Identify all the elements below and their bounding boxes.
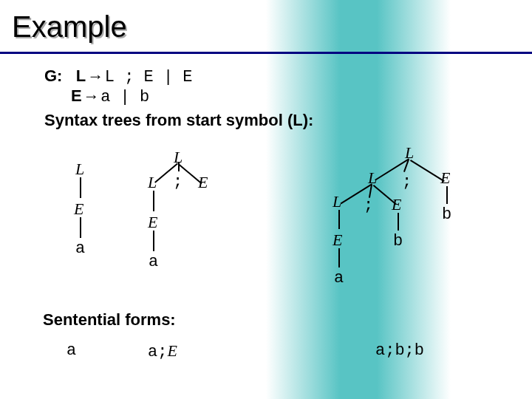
tree3-edge-E2 [398, 213, 399, 231]
tree2-Eleft: E [148, 213, 157, 232]
sform-2: a;E [148, 341, 177, 361]
tree3-edge-E1 [446, 186, 448, 204]
tree2-edge-Lleft [153, 191, 154, 211]
tree3-L3: L [332, 192, 341, 211]
tree3-a: a [334, 269, 344, 287]
grammar-l2-rhs: a | b [100, 88, 149, 106]
arrow-2: → [86, 88, 96, 106]
sform-2-E: E [167, 341, 177, 360]
arrow-1: → [90, 68, 100, 86]
tree1-edge-1 [80, 177, 81, 198]
title-underline [0, 52, 532, 54]
tree1-edge-2 [80, 217, 81, 238]
tree2-edge-Eleft [153, 231, 154, 251]
tree3-b1c [410, 160, 445, 182]
sform-3: a;b;b [375, 341, 424, 360]
tree3-b2: b [393, 232, 403, 250]
sform-2-prefix: a; [148, 343, 167, 361]
tree2-Lleft: L [148, 173, 157, 192]
slide-title: Example [12, 10, 127, 44]
tree3-b1: b [442, 205, 451, 224]
tree3-semi2: ; [364, 197, 373, 215]
tree1-L: L [75, 160, 84, 179]
grammar-prefix: G: [44, 66, 62, 85]
tree2-Eright: E [198, 173, 208, 192]
grammar-line-2: E → a | b [71, 86, 502, 106]
tree3-semi1: ; [402, 173, 412, 191]
sform-1: a [66, 341, 76, 360]
tree3-E2: E [392, 195, 401, 214]
grammar-l1-lhs: L [76, 66, 86, 85]
grammar-l1-rhs: L ; E | E [105, 68, 193, 86]
tree1-E: E [74, 200, 83, 219]
tree2-a: a [149, 253, 158, 271]
title-container: Example [12, 9, 133, 47]
grammar-line-1: G: L → L ; E | E [44, 66, 502, 86]
tree3-E3: E [332, 231, 342, 250]
tree3-edge-E3 [338, 248, 340, 267]
tree3-E1: E [440, 168, 450, 188]
sentential-forms-label: Sentential forms: [43, 310, 176, 330]
trees-area: L E a L L ; E E a L L ; E b L ; E b E a … [0, 140, 532, 399]
grammar-l2-lhs: E [71, 86, 82, 105]
tree2-semi: ; [173, 173, 183, 191]
tree1-a: a [75, 239, 85, 258]
syntax-trees-label: Syntax trees from start symbol (L): [44, 111, 502, 130]
tree3-edge-L3 [338, 210, 340, 229]
grammar-block: G: L → L ; E | E E → a | b Syntax trees … [44, 66, 502, 130]
